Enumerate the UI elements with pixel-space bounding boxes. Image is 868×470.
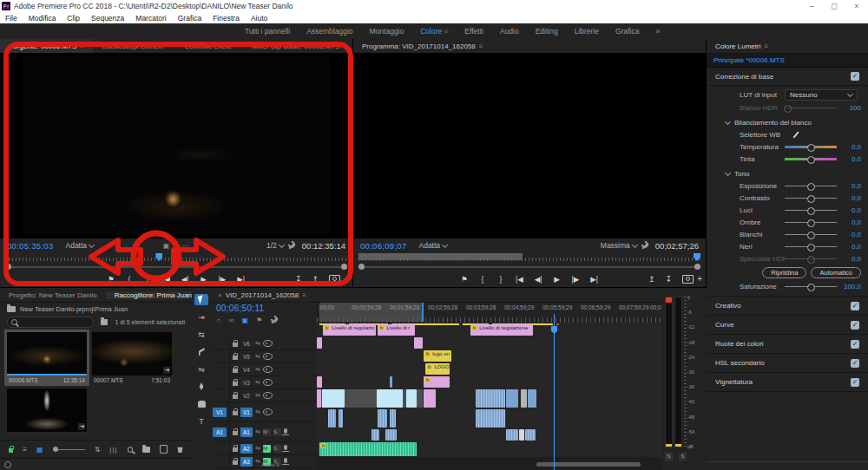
- step-back-button[interactable]: ◀|: [181, 275, 189, 284]
- hdr-white-slider[interactable]: [785, 103, 837, 112]
- basic-correction-checkbox[interactable]: ✓: [851, 72, 859, 81]
- section-checkbox[interactable]: ✓: [851, 378, 859, 387]
- workspace-tab[interactable]: Montaggio: [370, 27, 404, 36]
- eyedropper-icon[interactable]: [792, 131, 799, 138]
- mute-button[interactable]: M: [263, 428, 271, 436]
- clip-name[interactable]: 00006.MTS: [9, 377, 38, 383]
- source-video-viewport[interactable]: [0, 53, 352, 238]
- zoom-handle-right[interactable]: [341, 264, 347, 270]
- slider-track[interactable]: [785, 193, 837, 202]
- track-lane[interactable]: [317, 428, 661, 441]
- clip-thumbnail[interactable]: ⇥: [7, 332, 87, 375]
- add-marker-button[interactable]: ⚑: [461, 275, 468, 284]
- timeline-clip[interactable]: fx: [525, 429, 536, 441]
- source-patch[interactable]: A1: [213, 428, 227, 437]
- timeline-clip[interactable]: fx: [317, 376, 322, 388]
- button-editor-plus[interactable]: +: [697, 273, 702, 285]
- voiceover-mic-icon[interactable]: [284, 445, 287, 450]
- mark-out-button[interactable]: }: [497, 275, 504, 284]
- mute-button[interactable]: M: [263, 445, 271, 453]
- lumetri-section-row[interactable]: Creativo ✓: [707, 297, 868, 316]
- search-input[interactable]: [20, 319, 89, 325]
- clip-name[interactable]: 00007.MTS: [94, 377, 123, 383]
- pen-tool[interactable]: [194, 381, 208, 392]
- play-button[interactable]: ▶: [201, 275, 207, 284]
- slider-track[interactable]: [785, 254, 837, 263]
- go-to-out-button[interactable]: ▶|: [237, 275, 245, 284]
- find-icon[interactable]: [128, 447, 133, 453]
- timeline-clip[interactable]: fx: [322, 389, 345, 408]
- linked-selection-icon[interactable]: ∞: [229, 317, 234, 324]
- lumetri-section-row[interactable]: HSL secondario ✓: [707, 354, 868, 373]
- safe-margins-icon[interactable]: ▣: [163, 242, 170, 250]
- lift-button[interactable]: ↥: [648, 275, 655, 284]
- timeline-clip[interactable]: fx: [317, 337, 322, 349]
- delete-icon[interactable]: [177, 446, 183, 453]
- voiceover-mic-icon[interactable]: [284, 428, 287, 434]
- track-lock-icon[interactable]: [233, 431, 238, 435]
- slider-track[interactable]: [785, 242, 837, 251]
- minimize-button[interactable]: –: [800, 0, 823, 12]
- snap-icon[interactable]: ∩: [216, 317, 221, 324]
- source-zoom-select[interactable]: Adatta: [66, 241, 95, 250]
- panel-tab[interactable]: Oscilloscopi Lumetri: [93, 39, 176, 53]
- timeline-clip[interactable]: fx: [390, 409, 396, 428]
- export-frame-button[interactable]: [329, 275, 340, 284]
- track-output-eye-icon[interactable]: [263, 353, 273, 360]
- close-sequence-icon[interactable]: ×: [218, 291, 222, 299]
- workspace-tab[interactable]: Grafica: [615, 27, 639, 36]
- go-to-in-button[interactable]: |◀: [516, 275, 523, 284]
- timeline-ruler[interactable]: ;00;0000;00;59;2800;01;59;2800;02;59;280…: [317, 302, 661, 324]
- menu-item[interactable]: Modifica: [29, 14, 56, 23]
- workspace-tab[interactable]: Audio: [500, 27, 519, 36]
- workspace-tab[interactable]: Tutti i pannelli: [245, 27, 290, 36]
- timeline-clip[interactable]: fx Livello di regolazione: [470, 324, 533, 336]
- timeline-clip[interactable]: fx: [319, 442, 417, 456]
- step-forward-button[interactable]: |▶: [572, 275, 580, 284]
- timeline-playhead[interactable]: [554, 314, 555, 470]
- bin-icon[interactable]: [101, 319, 108, 325]
- sync-lock-icon[interactable]: ⇋: [255, 366, 260, 373]
- new-bin-icon[interactable]: [142, 447, 150, 453]
- button-editor-plus[interactable]: +: [344, 273, 349, 285]
- white-balance-header[interactable]: Bilanciamento del bianco: [707, 116, 868, 128]
- project-clip-tile[interactable]: ⇥ 00007.MTS 7:51:03: [92, 332, 172, 383]
- menu-item[interactable]: Finestra: [213, 14, 240, 23]
- clip-thumbnail[interactable]: ⇥: [7, 388, 87, 432]
- sequence-tab[interactable]: × VID_20171014_162058 ≡: [211, 288, 661, 303]
- track-lock-icon[interactable]: [233, 395, 238, 399]
- tone-header[interactable]: Tono: [707, 167, 868, 180]
- sync-lock-icon[interactable]: ⇋: [255, 392, 260, 399]
- timeline-clip[interactable]: fx: [414, 337, 423, 349]
- track-lock-icon[interactable]: [233, 343, 238, 347]
- timeline-clip[interactable]: fx LOGO: [425, 363, 450, 375]
- zoom-handle-right[interactable]: [694, 264, 700, 270]
- export-frame-button[interactable]: [682, 275, 694, 284]
- lumetri-section-row[interactable]: Curve ✓: [707, 316, 868, 335]
- timeline-clip[interactable]: fx: [390, 376, 392, 388]
- ripple-edit-tool[interactable]: ⇆: [194, 329, 208, 340]
- step-back-button[interactable]: ◀|: [535, 275, 542, 284]
- timeline-clip[interactable]: fx: [528, 389, 536, 408]
- solo-button[interactable]: S: [273, 445, 281, 453]
- solo-button[interactable]: S: [273, 428, 281, 436]
- track-select-forward-tool[interactable]: ⇥: [194, 311, 208, 323]
- panel-tab[interactable]: Mixer clip audio: 00006.MTS: [243, 39, 352, 53]
- icon-view-button[interactable]: ▦: [36, 446, 43, 454]
- track-lock-icon[interactable]: [233, 447, 238, 452]
- track-output-eye-icon[interactable]: [263, 366, 273, 373]
- sync-lock-icon[interactable]: ⇋: [255, 458, 260, 465]
- timeline-clip[interactable]: fx: [519, 429, 524, 441]
- track-lock-icon[interactable]: [233, 460, 238, 465]
- source-timecode[interactable]: 00:05:35:03: [7, 241, 54, 251]
- nest-icon[interactable]: ▣: [241, 317, 248, 324]
- track-target-button[interactable]: V1: [240, 408, 253, 417]
- audio-meter-right[interactable]: [674, 297, 682, 447]
- slider-track[interactable]: [785, 218, 837, 226]
- section-checkbox[interactable]: ✓: [851, 321, 859, 330]
- sync-lock-icon[interactable]: ⇋: [255, 428, 260, 435]
- close-button[interactable]: ×: [845, 0, 868, 12]
- writable-lock-icon[interactable]: [9, 448, 13, 453]
- program-zoom-select[interactable]: Adatta: [419, 241, 448, 250]
- settings-wrench-icon[interactable]: [641, 242, 648, 250]
